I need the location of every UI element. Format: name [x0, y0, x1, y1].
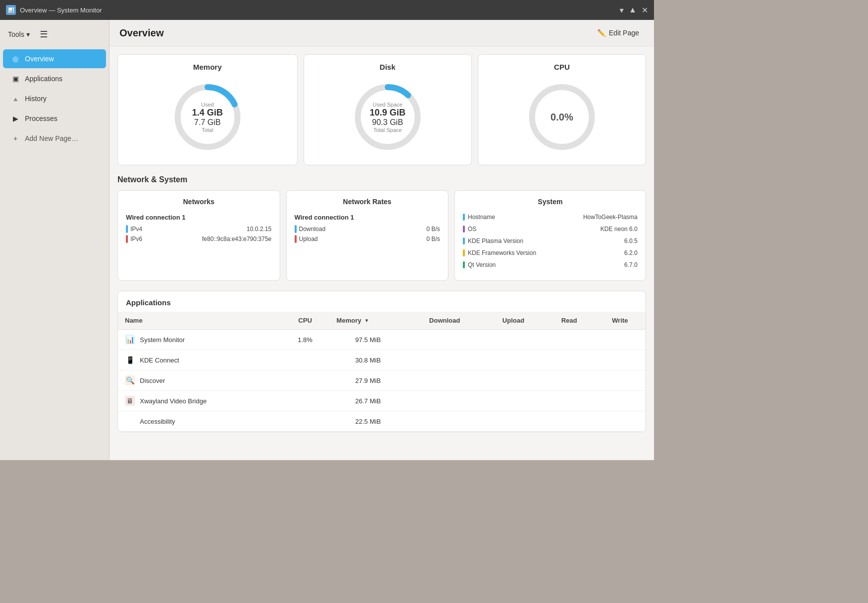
- col-header-memory[interactable]: Memory ▾: [329, 312, 407, 330]
- disk-widget: Disk Used Space 10.9 GiB 90.3 GiB Total …: [304, 54, 472, 165]
- sidebar-item-history[interactable]: ⟁ History: [3, 89, 106, 108]
- hamburger-button[interactable]: ☰: [37, 27, 51, 42]
- app-read-4: [544, 411, 595, 432]
- memory-value-total: 7.7 GiB: [192, 118, 223, 127]
- rates-download-row: Download 0 B/s: [295, 225, 440, 233]
- main-content: Overview ✏️ Edit Page Memory: [109, 20, 654, 460]
- app-download-2: [407, 370, 483, 391]
- ipv6-color: [126, 235, 128, 243]
- hostname-color: [463, 214, 465, 221]
- memory-widget-title: Memory: [126, 63, 289, 71]
- col-header-upload[interactable]: Upload: [483, 312, 544, 330]
- col-header-read[interactable]: Read: [544, 312, 595, 330]
- app-name-4: Accessibility: [140, 418, 175, 425]
- system-card-title: System: [463, 198, 638, 206]
- memory-label-total: Total: [192, 127, 223, 133]
- app-download-3: [407, 391, 483, 411]
- app-upload-4: [483, 411, 544, 432]
- titlebar: 📊 Overview — System Monitor ▾ ▲ ✕: [0, 0, 654, 20]
- edit-page-button[interactable]: ✏️ Edit Page: [592, 26, 644, 40]
- rates-upload-row: Upload 0 B/s: [295, 235, 440, 243]
- apps-table-header-row: Name CPU Memory ▾: [118, 312, 646, 330]
- memory-donut: Used 1.4 GiB 7.7 GiB Total: [168, 77, 247, 157]
- networks-ipv4-left: IPv4: [126, 225, 142, 233]
- col-header-write[interactable]: Write: [594, 312, 646, 330]
- network-rates-card-title: Network Rates: [295, 198, 440, 206]
- disk-label-total: Total Space: [370, 127, 406, 133]
- hostname-label: Hostname: [468, 214, 495, 221]
- sidebar-item-overview[interactable]: ◎ Overview: [3, 49, 106, 68]
- maximize-button[interactable]: ▲: [629, 5, 637, 15]
- disk-donut: Used Space 10.9 GiB 90.3 GiB Total Space: [348, 77, 428, 157]
- col-name-label: Name: [125, 317, 142, 324]
- sidebar-item-add-new[interactable]: + Add New Page…: [3, 129, 106, 148]
- sys-frameworks-left: KDE Frameworks Version: [463, 249, 536, 256]
- memory-label-used: Used: [192, 102, 223, 108]
- sys-os-row: OS KDE neon 6.0: [463, 226, 638, 233]
- table-row: 🔍 Discover 27.9 MiB: [118, 370, 646, 391]
- tools-label: Tools: [8, 30, 24, 38]
- widgets-row: Memory Used 1.4 GiB 7.7 GiB Total: [117, 54, 646, 165]
- app-write-1: [594, 350, 646, 370]
- col-upload-label: Upload: [502, 317, 524, 324]
- plasma-value: 6.0.5: [624, 238, 638, 244]
- networks-ipv6-row: IPv6 fe80::9c8a:e43:e790:375e: [126, 235, 272, 243]
- app-cpu-4: [281, 411, 329, 432]
- app-name-inner-3: 🖥 Xwayland Video Bridge: [125, 396, 274, 406]
- sidebar: Tools ▾ ☰ ◎ Overview ▣ Applications ⟁ Hi…: [0, 20, 109, 460]
- app-name-inner-1: 📱 KDE Connect: [125, 355, 274, 365]
- app-name-inner-0: 📊 System Monitor: [125, 335, 274, 345]
- app-read-1: [544, 350, 595, 370]
- app-name-cell-3: 🖥 Xwayland Video Bridge: [118, 391, 281, 411]
- sys-qt-left: Qt Version: [463, 261, 496, 268]
- app-memory-4: 22.5 MiB: [329, 411, 407, 432]
- app-icon-0: 📊: [125, 335, 135, 345]
- app-read-3: [544, 391, 595, 411]
- app-download-1: [407, 350, 483, 370]
- app-name-cell-0: 📊 System Monitor: [118, 330, 281, 350]
- col-header-cpu[interactable]: CPU: [281, 312, 329, 330]
- app-memory-2: 27.9 MiB: [329, 370, 407, 391]
- app-read-2: [544, 370, 595, 391]
- sidebar-label-overview: Overview: [25, 55, 54, 63]
- table-row: 📱 KDE Connect 30.8 MiB: [118, 350, 646, 370]
- overview-icon: ◎: [11, 54, 20, 63]
- minimize-button[interactable]: ▾: [620, 5, 624, 15]
- table-row: 🖥 Xwayland Video Bridge 26.7 MiB: [118, 391, 646, 411]
- sidebar-item-applications[interactable]: ▣ Applications: [3, 69, 106, 88]
- upload-label: Upload: [299, 236, 318, 242]
- networks-card: Networks Wired connection 1 IPv4 10.0.2.…: [117, 190, 280, 281]
- sidebar-label-add-new: Add New Page…: [25, 134, 78, 142]
- col-header-name[interactable]: Name: [118, 312, 281, 330]
- sidebar-item-processes[interactable]: ▶ Processes: [3, 109, 106, 128]
- titlebar-controls[interactable]: ▾ ▲ ✕: [620, 5, 648, 15]
- os-color: [463, 226, 465, 233]
- download-color: [295, 225, 297, 233]
- app-name-cell-1: 📱 KDE Connect: [118, 350, 281, 370]
- app-cpu-3: [281, 391, 329, 411]
- app-cpu-2: [281, 370, 329, 391]
- disk-widget-title: Disk: [312, 63, 463, 71]
- close-button[interactable]: ✕: [642, 5, 648, 15]
- app-upload-1: [483, 350, 544, 370]
- col-header-download[interactable]: Download: [407, 312, 483, 330]
- sidebar-toolbar: Tools ▾ ☰: [0, 24, 109, 45]
- app-write-0: [594, 330, 646, 350]
- app-upload-0: [483, 330, 544, 350]
- frameworks-label: KDE Frameworks Version: [468, 249, 536, 256]
- app-memory-1: 30.8 MiB: [329, 350, 407, 370]
- app-name-3: Xwayland Video Bridge: [140, 397, 207, 405]
- apps-table-header: Name CPU Memory ▾: [118, 312, 646, 330]
- tools-button[interactable]: Tools ▾: [5, 28, 33, 40]
- os-value: KDE neon 6.0: [600, 226, 638, 233]
- memory-value-used: 1.4 GiB: [192, 108, 223, 118]
- col-memory-label: Memory: [336, 317, 361, 324]
- processes-icon: ▶: [11, 114, 20, 123]
- qt-label: Qt Version: [468, 261, 496, 268]
- col-cpu-label: CPU: [298, 317, 312, 324]
- rates-connection-name: Wired connection 1: [295, 214, 440, 221]
- cpu-widget: CPU 0.0%: [478, 54, 646, 165]
- sidebar-label-history: History: [25, 95, 47, 103]
- networks-connection-name: Wired connection 1: [126, 214, 272, 221]
- sidebar-label-processes: Processes: [25, 115, 57, 122]
